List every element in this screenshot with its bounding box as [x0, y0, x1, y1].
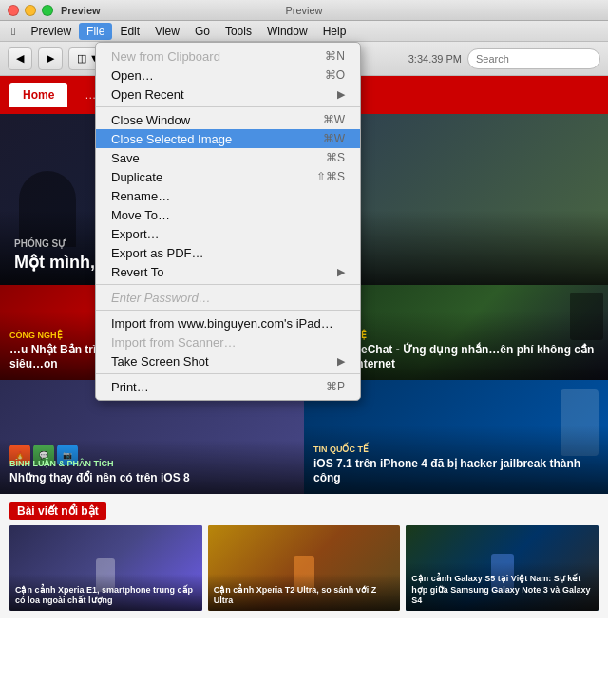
menu-tools[interactable]: Tools: [218, 23, 259, 40]
apple-menu[interactable]: : [4, 23, 23, 40]
menu-label: Take Screen Shot: [111, 354, 209, 369]
back-button[interactable]: ◀: [8, 47, 32, 70]
menu-duplicate[interactable]: Duplicate ⇧⌘S: [96, 167, 360, 186]
analysis-category-2: TIN QUỐC TẾ: [314, 445, 598, 454]
menu-label: Import from Scanner…: [111, 335, 237, 350]
menu-open-recent[interactable]: Open Recent ▶: [96, 85, 360, 104]
submenu-arrow: ▶: [337, 355, 345, 368]
featured-card-overlay-1: Cận cảnh Xperia E1, smartphone trung cấp…: [10, 574, 202, 611]
analysis-title-1: Những thay đổi nên có trên iOS 8: [10, 471, 294, 486]
featured-card-title-2: Cận cảnh Xperia T2 Ultra, so sánh với Z …: [214, 585, 395, 607]
menu-label: Export as PDF…: [111, 246, 204, 260]
featured-section: Bài viết nổi bật Cận cảnh Xperia E1, sma…: [0, 494, 608, 618]
separator-2: [96, 284, 360, 285]
menu-screenshot[interactable]: Take Screen Shot ▶: [96, 351, 360, 370]
minimize-button[interactable]: [25, 5, 36, 16]
menu-label: Rename…: [111, 189, 170, 203]
menu-open[interactable]: Open… ⌘O: [96, 66, 360, 85]
search-input[interactable]: [467, 48, 600, 69]
submenu-arrow: ▶: [337, 266, 345, 278]
analysis-overlay-2: TIN QUỐC TẾ iOS 7.1 trên iPhone 4 đã bị …: [304, 426, 608, 494]
featured-header: Bài viết nổi bật: [10, 502, 106, 520]
menu-revert[interactable]: Revert To ▶: [96, 262, 360, 281]
menu-label: Duplicate: [111, 170, 162, 184]
menu-edit[interactable]: Edit: [112, 23, 147, 40]
close-button[interactable]: [8, 5, 19, 16]
featured-card-title-1: Cận cảnh Xperia E1, smartphone trung cấp…: [15, 585, 197, 607]
menu-password[interactable]: Enter Password…: [96, 288, 360, 307]
analysis-overlay-1: BÌNH LUẬN & PHÂN TÍCH Những thay đổi nên…: [0, 440, 304, 494]
menu-export[interactable]: Export…: [96, 224, 360, 243]
analysis-category-1: BÌNH LUẬN & PHÂN TÍCH: [10, 459, 294, 468]
menu-label: Close Selected Image: [111, 132, 232, 146]
menu-label: Save: [111, 151, 140, 165]
menu-shortcut: ⌘P: [326, 380, 345, 393]
timestamp: 3:34.39 PM: [408, 53, 462, 65]
file-dropdown-menu: New from Clipboard ⌘N Open… ⌘O Open Rece…: [95, 42, 361, 401]
menu-new-clipboard[interactable]: New from Clipboard ⌘N: [96, 47, 360, 66]
separator-1: [96, 106, 360, 107]
menu-label: New from Clipboard: [111, 49, 220, 64]
forward-button[interactable]: ▶: [38, 47, 63, 70]
menu-import-ipad[interactable]: Import from www.binguyen.com's iPad…: [96, 313, 360, 332]
menu-help[interactable]: Help: [315, 23, 354, 40]
featured-card-2[interactable]: Cận cảnh Xperia T2 Ultra, so sánh với Z …: [208, 525, 401, 611]
featured-card-3[interactable]: Cận cảnh Galaxy S5 tại Việt Nam: Sự kết …: [406, 525, 598, 611]
menu-label: Open…: [111, 68, 154, 83]
menu-file[interactable]: File: [79, 23, 112, 40]
menu-label: Print…: [111, 380, 149, 394]
menu-view[interactable]: View: [147, 23, 187, 40]
menu-move-to[interactable]: Move To…: [96, 205, 360, 224]
nav-tab-home[interactable]: Home: [10, 83, 67, 107]
menu-export-pdf[interactable]: Export as PDF…: [96, 243, 360, 262]
featured-card-1[interactable]: Cận cảnh Xperia E1, smartphone trung cấp…: [10, 525, 202, 611]
app-name: Preview: [61, 5, 101, 16]
menu-close-window[interactable]: Close Window ⌘W: [96, 110, 360, 129]
menu-bar:  Preview File Edit View Go Tools Window…: [0, 21, 608, 42]
menu-preview[interactable]: Preview: [23, 23, 79, 40]
separator-4: [96, 373, 360, 374]
menu-label: Enter Password…: [111, 291, 211, 305]
menu-label: Open Recent: [111, 87, 184, 102]
window-title: Preview: [285, 5, 322, 16]
separator-3: [96, 310, 360, 311]
menu-print[interactable]: Print… ⌘P: [96, 377, 360, 396]
analysis-title-2: iOS 7.1 trên iPhone 4 đã bị hacker jailb…: [314, 457, 598, 486]
menu-shortcut: ⌘S: [326, 151, 345, 164]
menu-window[interactable]: Window: [259, 23, 315, 40]
menu-shortcut: ⌘O: [325, 68, 345, 82]
menu-label: Import from www.binguyen.com's iPad…: [111, 316, 333, 331]
menu-shortcut: ⌘W: [323, 132, 345, 145]
menu-rename[interactable]: Rename…: [96, 186, 360, 205]
menu-import-scanner[interactable]: Import from Scanner…: [96, 332, 360, 351]
menu-go[interactable]: Go: [187, 23, 218, 40]
featured-card-overlay-2: Cận cảnh Xperia T2 Ultra, so sánh với Z …: [208, 574, 401, 611]
featured-card-overlay-3: Cận cảnh Galaxy S5 tại Việt Nam: Sự kết …: [406, 562, 598, 611]
title-bar: Preview Preview: [0, 0, 608, 21]
featured-card-title-3: Cận cảnh Galaxy S5 tại Việt Nam: Sự kết …: [411, 574, 593, 607]
maximize-button[interactable]: [42, 5, 53, 16]
menu-shortcut: ⌘W: [323, 113, 345, 126]
menu-shortcut: ⌘N: [325, 49, 345, 63]
menu-label: Close Window: [111, 113, 190, 127]
menu-close-selected[interactable]: Close Selected Image ⌘W: [96, 129, 360, 148]
menu-label: Revert To: [111, 265, 163, 279]
menu-label: Export…: [111, 227, 160, 241]
menu-save[interactable]: Save ⌘S: [96, 148, 360, 167]
submenu-arrow: ▶: [337, 88, 345, 101]
window-controls: [8, 5, 53, 16]
menu-shortcut: ⇧⌘S: [316, 170, 345, 183]
menu-label: Move To…: [111, 208, 170, 222]
featured-grid: Cận cảnh Xperia E1, smartphone trung cấp…: [10, 525, 598, 611]
